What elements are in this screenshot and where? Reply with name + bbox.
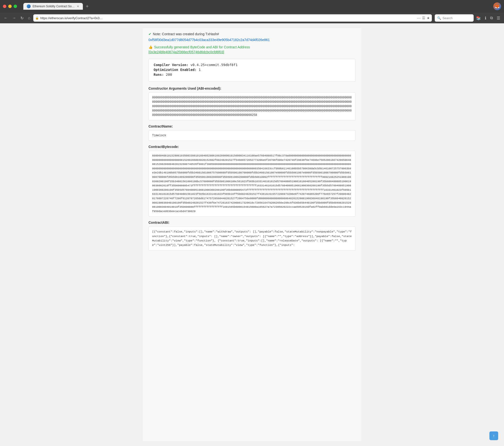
address-bar[interactable]: 🔒 https://etherscan.io/verifyContract2?a… (33, 14, 432, 22)
title-bar: Ethereum Solidity Contract So… × + 🦊 (0, 0, 504, 13)
new-tab-button[interactable]: + (84, 3, 91, 10)
scroll-top-button[interactable]: ↑ (489, 431, 498, 440)
firefox-icon: 🦊 (493, 2, 501, 10)
tab-bar: Ethereum Solidity Contract So… × + (23, 3, 491, 10)
address-text: https://etherscan.io/verifyContract2?a=0… (40, 16, 415, 20)
search-icon: 🔍 (437, 16, 441, 20)
address-more-button[interactable]: ··· (417, 16, 421, 21)
constructor-args-box: 0000000000000000000000000000000000000000… (148, 92, 356, 121)
optimization-label: Optimization Enabled: (154, 68, 197, 72)
back-button[interactable]: ← (2, 15, 9, 21)
content-wrapper: ✔ Note: Contract was created during TxHa… (143, 28, 361, 441)
tab-title: Ethereum Solidity Contract So… (33, 5, 75, 8)
close-window-button[interactable] (3, 5, 6, 8)
contract-name-label: ContractName: (148, 124, 356, 128)
note-text: Note: Contract was created during TxHash… (153, 32, 219, 36)
window-controls (3, 5, 17, 8)
thumbs-up-icon: 👍 (148, 45, 153, 49)
check-icon: ✔ (148, 32, 151, 36)
contract-abi-box: [{"constant":false,"inputs":[],"name":"w… (148, 226, 356, 251)
nav-extras: 🔍 Search 📚 ℹ ⧉ ☰ (435, 14, 502, 22)
home-button[interactable]: ⌂ (26, 15, 32, 21)
minimize-window-button[interactable] (8, 5, 12, 8)
note-line: ✔ Note: Contract was created during TxHa… (148, 32, 356, 36)
nav-bar: ← → ↻ ⌂ 🔒 https://etherscan.io/verifyCon… (0, 13, 504, 23)
search-placeholder: Search (443, 16, 452, 20)
info-button[interactable]: ℹ (483, 15, 488, 21)
menu-button[interactable]: ☰ (495, 15, 502, 21)
txhash-link[interactable]: 0xf58f30d3ea1d077d8054d77b4c03aca333e49e… (148, 38, 356, 42)
reload-button[interactable]: ↻ (19, 15, 25, 21)
tab-close-button[interactable]: × (76, 4, 79, 8)
success-line: 👍 Successfully generated ByteCode and AB… (148, 45, 356, 49)
forward-button[interactable]: → (11, 15, 18, 21)
compiler-value: v0.4.25+commit.59dbf8f1 (191, 63, 238, 67)
lock-icon: 🔒 (35, 16, 39, 20)
contract-name-value: Timelock (148, 130, 356, 141)
page-content: ✔ Note: Contract was created during TxHa… (0, 23, 504, 446)
search-bar[interactable]: 🔍 Search (435, 14, 474, 22)
active-tab[interactable]: Ethereum Solidity Contract So… × (23, 3, 83, 10)
constructor-args-label: Constructor Arguments Used (ABI-encoded)… (148, 87, 356, 90)
contract-bytecode-label: ContractBytecode: (148, 145, 356, 149)
maximize-window-button[interactable] (14, 5, 17, 8)
library-button[interactable]: 📚 (475, 15, 482, 21)
runs-line: Runs: 200 (154, 73, 350, 76)
pocket-icon[interactable]: ☰ (422, 16, 425, 20)
contract-address-link[interactable]: [0x3e24bfe40874a2f366ecf05746d6dcbc0cfd6… (148, 50, 356, 54)
contract-bytecode-box: 6080604081815280610350833981016040528061… (148, 151, 356, 217)
runs-label: Runs: (154, 73, 164, 76)
tab-favicon (27, 4, 31, 8)
split-view-button[interactable]: ⧉ (489, 15, 494, 21)
bookmark-star-icon[interactable]: ★ (427, 16, 430, 20)
runs-value: 200 (166, 73, 172, 76)
compiler-label: Compiler Version: (154, 63, 188, 67)
optimization-line: Optimization Enabled: 1 (154, 68, 350, 72)
success-text: Successfully generated ByteCode and ABI … (154, 45, 250, 49)
optimization-value: 1 (198, 68, 200, 72)
contract-abi-label: ContractABI: (148, 221, 356, 224)
compiler-version-line: Compiler Version: v0.4.25+commit.59dbf8f… (154, 63, 350, 67)
compiler-info-box: Compiler Version: v0.4.25+commit.59dbf8f… (148, 59, 356, 82)
